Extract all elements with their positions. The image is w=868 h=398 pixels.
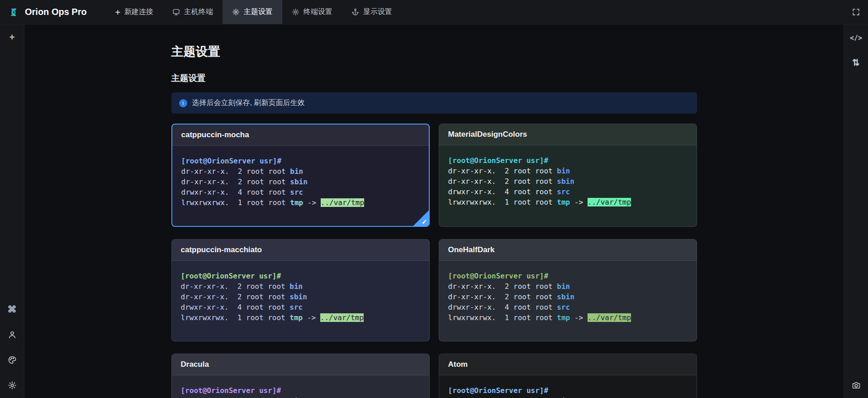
terminal-preview: [root@OrionServer usr]#dr-xr-xr-x. 2 roo…: [439, 261, 697, 341]
terminal-preview: [root@OrionServer usr]#dr-xr-xr-x. 2 roo…: [172, 261, 429, 341]
user-icon[interactable]: [7, 329, 18, 340]
nav-label: 主机终端: [184, 7, 213, 17]
app-title: Orion Ops Pro: [25, 7, 87, 17]
theme-card-Dracula[interactable]: Dracula [root@OrionServer usr]#dr-xr-xr-…: [171, 354, 430, 398]
brand: Orion Ops Pro: [0, 0, 97, 24]
terminal-preview: [root@OrionServer usr]#dr-xr-xr-x. 2 roo…: [439, 145, 697, 225]
theme-card-title: catppuccin-macchiato: [172, 240, 429, 261]
nav-label: 新建连接: [124, 7, 153, 17]
theme-settings-icon: [232, 8, 240, 16]
nav-item-new-connection[interactable]: + 新建连接: [106, 0, 163, 24]
main-nav: + 新建连接 主机终端 主题设置 终端设置 显示设置: [106, 0, 402, 24]
terminal-preview: [root@OrionServer usr]#dr-xr-xr-x. 2 roo…: [172, 146, 429, 226]
plus-icon: +: [9, 33, 15, 42]
alert-text: 选择后会立刻保存, 刷新页面后生效: [192, 98, 305, 108]
code-icon: </>: [850, 34, 862, 42]
nav-label: 主题设置: [244, 7, 273, 17]
theme-card-OneHalfDark[interactable]: OneHalfDark [root@OrionServer usr]#dr-xr…: [439, 239, 697, 341]
theme-card-MaterialDesignColors[interactable]: MaterialDesignColors [root@OrionServer u…: [439, 124, 697, 227]
nav-item-theme-settings[interactable]: 主题设置: [223, 0, 282, 24]
info-icon: i: [179, 99, 187, 107]
swap-icon: ⇅: [852, 58, 860, 67]
palette-icon[interactable]: [7, 355, 18, 365]
page-title: 主题设置: [171, 43, 697, 60]
main-content: 主题设置 主题设置 i 选择后会立刻保存, 刷新页面后生效 catppuccin…: [24, 24, 844, 398]
selected-check-icon: ✓: [413, 210, 429, 226]
display-settings-icon: [351, 8, 359, 16]
theme-card-Atom[interactable]: Atom [root@OrionServer usr]#dr-xr-xr-x. …: [439, 354, 697, 398]
theme-card-catppuccin-mocha[interactable]: catppuccin-mocha [root@OrionServer usr]#…: [171, 124, 430, 227]
plus-icon: +: [115, 8, 120, 16]
theme-card-title: catppuccin-mocha: [172, 125, 429, 146]
nav-item-terminal-settings[interactable]: 终端设置: [282, 0, 342, 24]
theme-card-catppuccin-macchiato[interactable]: catppuccin-macchiato [root@OrionServer u…: [171, 239, 430, 341]
terminal-icon: [172, 8, 180, 16]
section-title: 主题设置: [171, 72, 697, 84]
theme-card-title: Atom: [439, 354, 697, 375]
nav-label: 终端设置: [304, 7, 332, 17]
gear-icon: [292, 8, 299, 16]
theme-grid: catppuccin-mocha [root@OrionServer usr]#…: [171, 124, 697, 398]
add-connection-icon[interactable]: +: [7, 32, 18, 43]
settings-gear-icon[interactable]: [7, 380, 18, 391]
terminal-preview: [root@OrionServer usr]#dr-xr-xr-x. 2 roo…: [439, 375, 697, 398]
fullscreen-icon[interactable]: [852, 8, 860, 16]
sort-vertical-icon[interactable]: ⇅: [851, 57, 862, 68]
command-shortcuts-icon[interactable]: ⌘: [7, 304, 18, 315]
right-sidebar: </> ⇅: [844, 24, 868, 398]
terminal-preview: [root@OrionServer usr]#dr-xr-xr-x. 2 roo…: [172, 375, 429, 398]
theme-card-title: OneHalfDark: [439, 240, 697, 261]
screenshot-camera-icon[interactable]: [851, 380, 862, 391]
code-view-icon[interactable]: </>: [851, 33, 862, 43]
app-logo-icon: [7, 6, 20, 19]
nav-label: 显示设置: [363, 7, 392, 17]
left-sidebar: + ⌘: [0, 24, 24, 398]
topbar: Orion Ops Pro + 新建连接 主机终端 主题设置 终端设置: [0, 0, 868, 24]
command-icon: ⌘: [8, 305, 17, 314]
nav-item-host-terminal[interactable]: 主机终端: [163, 0, 223, 24]
nav-item-display-settings[interactable]: 显示设置: [342, 0, 402, 24]
theme-card-title: Dracula: [172, 354, 429, 375]
info-alert: i 选择后会立刻保存, 刷新页面后生效: [171, 92, 697, 114]
theme-card-title: MaterialDesignColors: [439, 124, 697, 145]
